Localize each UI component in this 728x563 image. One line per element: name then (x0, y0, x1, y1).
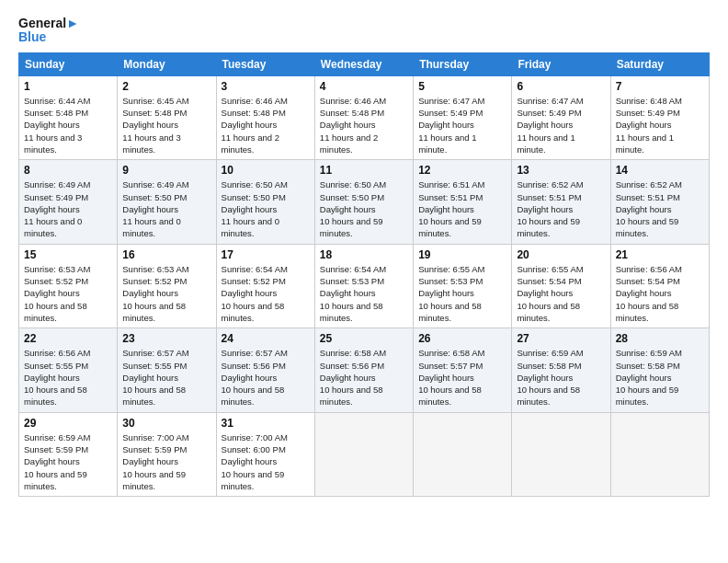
day-info: Sunrise: 6:57 AMSunset: 5:56 PMDaylight … (222, 347, 310, 408)
day-info: Sunrise: 6:53 AMSunset: 5:52 PMDaylight … (122, 263, 210, 324)
day-number: 27 (517, 332, 605, 345)
header-row: Sunday Monday Tuesday Wednesday Thursday… (19, 52, 710, 75)
col-friday: Friday (512, 52, 610, 75)
calendar-day-cell: 3 Sunrise: 6:46 AMSunset: 5:48 PMDayligh… (216, 75, 314, 159)
day-number: 12 (418, 164, 506, 177)
day-info: Sunrise: 6:54 AMSunset: 5:52 PMDaylight … (222, 263, 310, 324)
day-info: Sunrise: 6:53 AMSunset: 5:52 PMDaylight … (24, 263, 112, 324)
day-number: 25 (320, 332, 408, 345)
day-number: 1 (24, 80, 112, 93)
calendar-day-cell: 19 Sunrise: 6:55 AMSunset: 5:53 PMDaylig… (414, 244, 512, 327)
day-number: 8 (24, 164, 112, 177)
calendar-day-cell: 28 Sunrise: 6:59 AMSunset: 5:58 PMDaylig… (610, 328, 709, 412)
day-info: Sunrise: 6:56 AMSunset: 5:54 PMDaylight … (616, 263, 704, 324)
calendar-day-cell: 8 Sunrise: 6:49 AMSunset: 5:49 PMDayligh… (19, 160, 118, 244)
day-info: Sunrise: 6:58 AMSunset: 5:56 PMDaylight … (320, 347, 408, 408)
day-info: Sunrise: 6:56 AMSunset: 5:55 PMDaylight … (24, 347, 112, 408)
day-number: 7 (616, 80, 704, 93)
calendar-day-cell: 20 Sunrise: 6:55 AMSunset: 5:54 PMDaylig… (512, 244, 610, 327)
calendar-week-row: 1 Sunrise: 6:44 AMSunset: 5:48 PMDayligh… (19, 75, 710, 159)
calendar-day-cell: 27 Sunrise: 6:59 AMSunset: 5:58 PMDaylig… (512, 328, 610, 412)
calendar-day-cell: 25 Sunrise: 6:58 AMSunset: 5:56 PMDaylig… (314, 328, 413, 412)
col-monday: Monday (118, 52, 216, 75)
calendar-week-row: 8 Sunrise: 6:49 AMSunset: 5:49 PMDayligh… (19, 160, 710, 244)
calendar-day-cell: 12 Sunrise: 6:51 AMSunset: 5:51 PMDaylig… (414, 160, 512, 244)
page: General► Blue Sunday Monday Tuesday Wedn… (0, 0, 728, 563)
day-info: Sunrise: 6:45 AMSunset: 5:48 PMDaylight … (122, 95, 210, 155)
calendar-week-row: 22 Sunrise: 6:56 AMSunset: 5:55 PMDaylig… (19, 328, 710, 412)
day-number: 9 (122, 164, 210, 177)
calendar-day-cell: 18 Sunrise: 6:54 AMSunset: 5:53 PMDaylig… (314, 244, 413, 327)
day-number: 21 (616, 248, 704, 261)
day-info: Sunrise: 6:55 AMSunset: 5:53 PMDaylight … (418, 263, 506, 324)
calendar-day-cell (414, 412, 512, 496)
calendar-day-cell: 11 Sunrise: 6:50 AMSunset: 5:50 PMDaylig… (314, 160, 413, 244)
day-number: 6 (517, 80, 605, 93)
day-number: 30 (122, 417, 210, 430)
calendar-day-cell: 24 Sunrise: 6:57 AMSunset: 5:56 PMDaylig… (216, 328, 314, 412)
day-info: Sunrise: 6:47 AMSunset: 5:49 PMDaylight … (517, 95, 605, 155)
day-number: 29 (24, 417, 112, 430)
day-info: Sunrise: 6:52 AMSunset: 5:51 PMDaylight … (517, 178, 605, 239)
day-number: 24 (222, 332, 310, 345)
day-number: 26 (418, 332, 506, 345)
calendar-day-cell: 5 Sunrise: 6:47 AMSunset: 5:49 PMDayligh… (414, 75, 512, 159)
calendar-day-cell: 1 Sunrise: 6:44 AMSunset: 5:48 PMDayligh… (19, 75, 118, 159)
day-info: Sunrise: 6:51 AMSunset: 5:51 PMDaylight … (418, 178, 506, 239)
calendar-day-cell (512, 412, 610, 496)
day-info: Sunrise: 6:54 AMSunset: 5:53 PMDaylight … (320, 263, 408, 324)
calendar-day-cell: 10 Sunrise: 6:50 AMSunset: 5:50 PMDaylig… (216, 160, 314, 244)
day-number: 31 (222, 417, 310, 430)
calendar-table: Sunday Monday Tuesday Wednesday Thursday… (18, 52, 710, 497)
day-info: Sunrise: 7:00 AMSunset: 6:00 PMDaylight … (222, 431, 310, 492)
col-tuesday: Tuesday (216, 52, 314, 75)
day-number: 17 (222, 248, 310, 261)
day-info: Sunrise: 6:50 AMSunset: 5:50 PMDaylight … (320, 178, 408, 239)
day-info: Sunrise: 7:00 AMSunset: 5:59 PMDaylight … (122, 431, 210, 492)
calendar-day-cell: 9 Sunrise: 6:49 AMSunset: 5:50 PMDayligh… (118, 160, 216, 244)
calendar-day-cell: 29 Sunrise: 6:59 AMSunset: 5:59 PMDaylig… (19, 412, 118, 496)
day-info: Sunrise: 6:44 AMSunset: 5:48 PMDaylight … (24, 95, 112, 155)
day-number: 10 (222, 164, 310, 177)
day-info: Sunrise: 6:57 AMSunset: 5:55 PMDaylight … (122, 347, 210, 408)
day-info: Sunrise: 6:59 AMSunset: 5:58 PMDaylight … (616, 347, 704, 408)
day-number: 2 (122, 80, 210, 93)
day-info: Sunrise: 6:55 AMSunset: 5:54 PMDaylight … (517, 263, 605, 324)
calendar-day-cell: 15 Sunrise: 6:53 AMSunset: 5:52 PMDaylig… (19, 244, 118, 327)
day-number: 4 (320, 80, 408, 93)
day-info: Sunrise: 6:49 AMSunset: 5:50 PMDaylight … (122, 178, 210, 239)
calendar-day-cell: 26 Sunrise: 6:58 AMSunset: 5:57 PMDaylig… (414, 328, 512, 412)
calendar-day-cell: 17 Sunrise: 6:54 AMSunset: 5:52 PMDaylig… (216, 244, 314, 327)
col-saturday: Saturday (610, 52, 709, 75)
day-number: 3 (222, 80, 310, 93)
calendar-day-cell (610, 412, 709, 496)
calendar-day-cell: 31 Sunrise: 7:00 AMSunset: 6:00 PMDaylig… (216, 412, 314, 496)
calendar-day-cell: 7 Sunrise: 6:48 AMSunset: 5:49 PMDayligh… (610, 75, 709, 159)
col-sunday: Sunday (19, 52, 118, 75)
day-number: 20 (517, 248, 605, 261)
calendar-day-cell: 6 Sunrise: 6:47 AMSunset: 5:49 PMDayligh… (512, 75, 610, 159)
calendar-day-cell: 13 Sunrise: 6:52 AMSunset: 5:51 PMDaylig… (512, 160, 610, 244)
day-number: 22 (24, 332, 112, 345)
day-info: Sunrise: 6:46 AMSunset: 5:48 PMDaylight … (222, 95, 310, 155)
day-number: 16 (122, 248, 210, 261)
header: General► Blue (18, 17, 710, 45)
calendar-day-cell: 2 Sunrise: 6:45 AMSunset: 5:48 PMDayligh… (118, 75, 216, 159)
day-info: Sunrise: 6:52 AMSunset: 5:51 PMDaylight … (616, 178, 704, 239)
day-number: 5 (418, 80, 506, 93)
day-info: Sunrise: 6:47 AMSunset: 5:49 PMDaylight … (418, 95, 506, 155)
logo: General► Blue (18, 17, 79, 45)
day-info: Sunrise: 6:49 AMSunset: 5:49 PMDaylight … (24, 178, 112, 239)
calendar-week-row: 29 Sunrise: 6:59 AMSunset: 5:59 PMDaylig… (19, 412, 710, 496)
day-number: 28 (616, 332, 704, 345)
calendar-day-cell: 22 Sunrise: 6:56 AMSunset: 5:55 PMDaylig… (19, 328, 118, 412)
col-wednesday: Wednesday (314, 52, 413, 75)
calendar-day-cell: 30 Sunrise: 7:00 AMSunset: 5:59 PMDaylig… (118, 412, 216, 496)
calendar-day-cell: 23 Sunrise: 6:57 AMSunset: 5:55 PMDaylig… (118, 328, 216, 412)
day-info: Sunrise: 6:59 AMSunset: 5:59 PMDaylight … (24, 431, 112, 492)
calendar-day-cell: 16 Sunrise: 6:53 AMSunset: 5:52 PMDaylig… (118, 244, 216, 327)
col-thursday: Thursday (414, 52, 512, 75)
day-number: 15 (24, 248, 112, 261)
calendar-day-cell (314, 412, 413, 496)
day-info: Sunrise: 6:50 AMSunset: 5:50 PMDaylight … (222, 178, 310, 239)
